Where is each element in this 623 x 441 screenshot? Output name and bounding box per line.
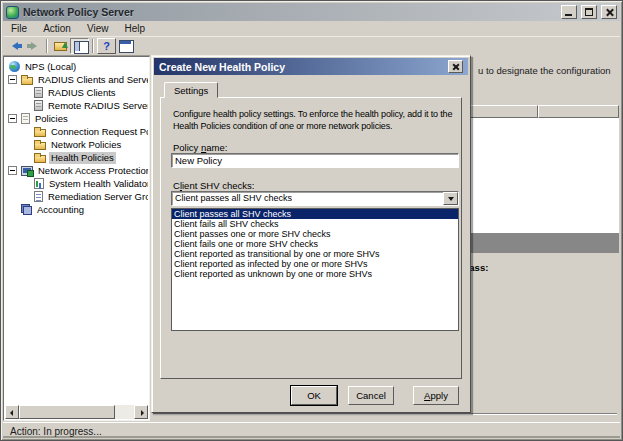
folder-icon: [34, 155, 46, 163]
show-console-tree-icon[interactable]: [70, 38, 89, 54]
tree-item-radius-clients-and-servers[interactable]: RADIUS Clients and Servers: [5, 73, 148, 86]
chevron-down-icon[interactable]: [443, 192, 458, 205]
accounting-icon: [21, 204, 32, 215]
toolbar-separator: [46, 39, 48, 53]
tree-item-connection-request-policies[interactable]: Connection Request Polici: [5, 125, 148, 138]
tree-item-remote-radius-server-groups[interactable]: Remote RADIUS Server G: [5, 99, 148, 112]
scroll-left-icon[interactable]: [5, 405, 19, 419]
tree-item-system-health-validators[interactable]: System Health Validators: [5, 177, 148, 190]
tree-item-remediation-server-groups[interactable]: Remediation Server Group: [5, 190, 148, 203]
console-tree: NPS (Local) RADIUS Clients and Servers R…: [5, 58, 148, 405]
folder-icon: [34, 142, 46, 150]
combobox-value: Client passes all SHV checks: [175, 193, 292, 203]
tree-horizontal-scrollbar[interactable]: [5, 405, 148, 419]
nps-globe-icon: [9, 61, 20, 72]
policy-name-label: Policy name:: [173, 142, 227, 153]
server-icon: [34, 87, 43, 98]
status-text: Action: In progress...: [10, 426, 102, 437]
ok-button[interactable]: OK: [291, 386, 337, 405]
validator-chart-icon: [34, 178, 44, 189]
computer-shield-icon: [21, 166, 33, 176]
maximize-icon[interactable]: [581, 5, 597, 19]
folder-icon: [34, 129, 46, 137]
tree-item-nps-local[interactable]: NPS (Local): [5, 60, 148, 73]
pane-intro-text: u to designate the configuration: [478, 65, 611, 76]
nps-app-icon: [6, 6, 19, 19]
dropdown-option[interactable]: Client passes one or more SHV checks: [172, 229, 458, 239]
create-new-health-policy-dialog: Create New Health Policy Settings Config…: [151, 55, 471, 413]
menu-file[interactable]: File: [3, 22, 35, 35]
toolbar: ?: [3, 37, 620, 56]
dialog-description: Configure health policy settings. To enf…: [173, 109, 467, 132]
client-shv-checks-label: Client SHV checks:: [173, 180, 254, 191]
dropdown-option[interactable]: Client reported as unknown by one or mor…: [172, 269, 458, 279]
status-bar: Action: In progress...: [3, 422, 620, 438]
folder-icon: [21, 77, 33, 85]
shv-checks-dropdown-list: Client passes all SHV checks Client fail…: [171, 208, 459, 331]
dropdown-option[interactable]: Client reported as infected by one or mo…: [172, 259, 458, 269]
list-column-header[interactable]: [538, 105, 619, 118]
tree-item-policies[interactable]: Policies: [5, 112, 148, 125]
dialog-titlebar[interactable]: Create New Health Policy: [154, 58, 468, 75]
dialog-close-icon[interactable]: [448, 60, 463, 73]
dropdown-option[interactable]: Client fails all SHV checks: [172, 219, 458, 229]
back-icon[interactable]: [5, 38, 24, 54]
tree-item-radius-clients[interactable]: RADIUS Clients: [5, 86, 148, 99]
toolbar-separator: [92, 39, 94, 53]
dropdown-option[interactable]: Client passes all SHV checks: [172, 209, 458, 219]
policy-document-icon: [21, 113, 30, 124]
tab-settings[interactable]: Settings: [164, 82, 218, 98]
collapse-icon[interactable]: [8, 166, 17, 175]
up-one-level-icon[interactable]: [51, 38, 70, 54]
client-shv-checks-combobox[interactable]: Client passes all SHV checks: [171, 191, 459, 206]
forward-icon[interactable]: [24, 38, 43, 54]
scrollbar-thumb[interactable]: [19, 405, 115, 419]
scroll-right-icon[interactable]: [134, 405, 148, 419]
cancel-button[interactable]: Cancel: [348, 386, 394, 405]
minimize-icon[interactable]: [561, 5, 577, 19]
tree-item-accounting[interactable]: Accounting: [5, 203, 148, 216]
help-icon[interactable]: ?: [97, 38, 116, 54]
collapse-icon[interactable]: [8, 114, 17, 123]
close-icon[interactable]: [601, 5, 617, 19]
policy-name-input[interactable]: [171, 153, 459, 168]
collapse-icon[interactable]: [8, 75, 17, 84]
server-icon: [34, 100, 43, 111]
tree-item-network-access-protection[interactable]: Network Access Protection: [5, 164, 148, 177]
dropdown-option[interactable]: Client reported as transitional by one o…: [172, 249, 458, 259]
window-titlebar[interactable]: Network Policy Server: [3, 3, 620, 21]
nps-window: Network Policy Server File Action View H…: [0, 0, 623, 441]
menu-action[interactable]: Action: [35, 22, 79, 35]
window-title: Network Policy Server: [23, 6, 557, 18]
settings-tab-page: Configure health policy settings. To enf…: [160, 97, 462, 379]
apply-button[interactable]: Apply: [413, 386, 459, 405]
console-tree-panel: NPS (Local) RADIUS Clients and Servers R…: [3, 56, 150, 421]
server-list-icon: [34, 191, 43, 202]
menu-help[interactable]: Help: [116, 22, 153, 35]
export-list-icon[interactable]: [116, 38, 135, 54]
pane-bottom-edge: [153, 413, 617, 415]
menu-view[interactable]: View: [79, 22, 117, 35]
tree-item-health-policies[interactable]: Health Policies: [5, 151, 148, 164]
menu-bar: File Action View Help: [3, 21, 620, 37]
dropdown-option[interactable]: Client fails one or more SHV checks: [172, 239, 458, 249]
dialog-title: Create New Health Policy: [159, 61, 285, 73]
tree-item-network-policies[interactable]: Network Policies: [5, 138, 148, 151]
